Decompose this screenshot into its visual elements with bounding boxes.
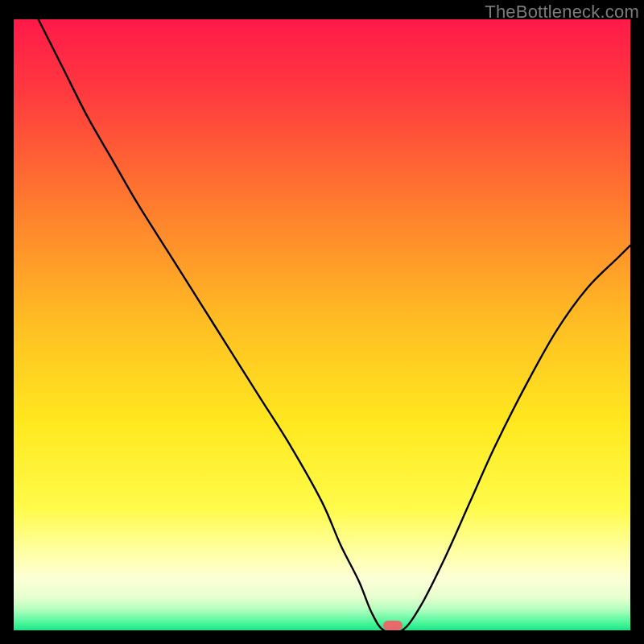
watermark-text: TheBottleneck.com (485, 2, 639, 23)
chart-frame: TheBottleneck.com (0, 0, 644, 644)
bottleneck-curve (14, 19, 630, 630)
plot-area (14, 19, 630, 630)
bottleneck-marker (383, 621, 403, 630)
